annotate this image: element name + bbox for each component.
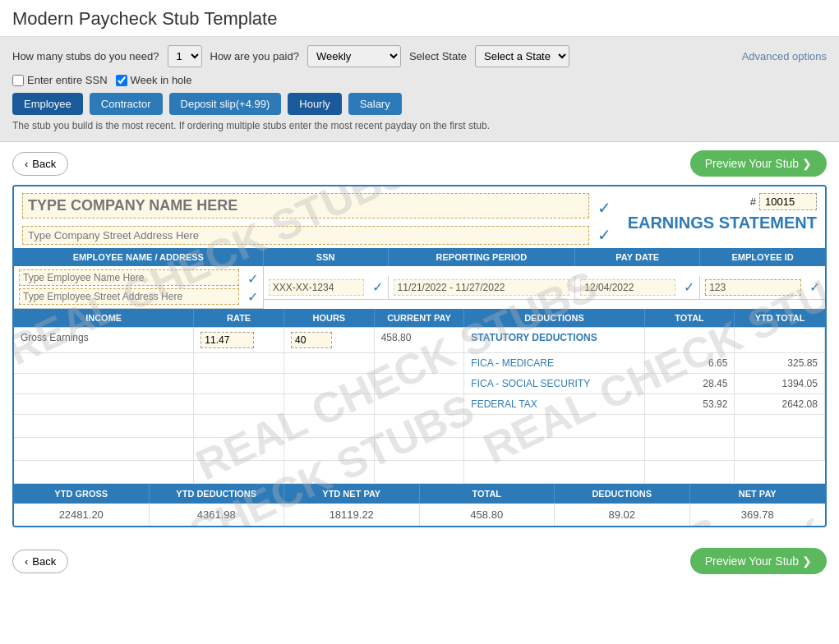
header-right: # EARNINGS STATEMENT	[611, 193, 817, 232]
income-table-header: INCOME RATE HOURS CURRENT PAY DEDUCTIONS…	[14, 309, 825, 327]
reporting-period-input[interactable]	[394, 279, 570, 296]
fica-ss-ytd: 1394.05	[735, 374, 825, 394]
ei-header-period: REPORTING PERIOD	[389, 248, 576, 266]
employee-name-input[interactable]	[19, 269, 239, 286]
spacer3-6	[645, 461, 735, 484]
bottom-nav-bar: ‹ Back Preview Your Stub ❯	[0, 540, 839, 582]
gross-earnings-label: Gross Earnings	[14, 328, 194, 353]
spacer1-2	[194, 415, 284, 438]
ei-header-ssn: SSN	[264, 248, 389, 266]
spacer3-7	[735, 461, 825, 484]
employee-id-input[interactable]	[705, 279, 801, 296]
company-name-input[interactable]	[22, 193, 589, 218]
fica-medicare-label: FICA - MEDICARE	[464, 353, 644, 374]
stub-header: ✓ ✓ # EARNINGS STATEMENT	[14, 186, 825, 248]
footer-header-deductions: DEDUCTIONS	[555, 484, 690, 504]
footer-header-ytd-ded: YTD DEDUCTIONS	[150, 484, 285, 504]
ih-deductions: DEDUCTIONS	[464, 309, 644, 327]
top-preview-button[interactable]: Preview Your Stub ❯	[690, 150, 827, 177]
ei-header-empid: EMPLOYEE ID	[700, 248, 825, 266]
footer-header-ytd-net: YTD NET PAY	[284, 484, 420, 504]
statutory-deductions-header: STATUTORY DEDUCTIONS	[464, 328, 644, 353]
rate-input[interactable]	[201, 332, 254, 348]
row2-income-empty	[14, 353, 194, 374]
spacer1-5	[464, 415, 644, 438]
deposit-slip-button[interactable]: Deposit slip(+4.99)	[169, 93, 282, 115]
spacer1-3	[284, 415, 375, 438]
paid-select[interactable]: WeeklyBi-WeeklySemi-MonthlyMonthly	[307, 45, 401, 67]
spacer2-6	[645, 438, 735, 461]
company-section: ✓ ✓	[22, 193, 611, 245]
ssn-checkbox[interactable]	[12, 75, 24, 86]
earnings-title: EARNINGS STATEMENT	[628, 214, 817, 232]
salary-button[interactable]: Salary	[348, 93, 402, 115]
row4-income-empty	[14, 394, 194, 415]
page-title: Modern Paycheck Stub Template	[0, 0, 839, 37]
stubs-label: How many stubs do you need?	[12, 50, 159, 62]
employee-button[interactable]: Employee	[12, 93, 83, 115]
ei-header-paydate: PAY DATE	[575, 248, 700, 266]
week-hole-checkbox[interactable]	[116, 75, 127, 86]
spacer2-5	[464, 438, 644, 461]
footer-data-row: 22481.20 4361.98 18119.22 458.80 89.02 3…	[14, 504, 825, 526]
ei-header-name: EMPLOYEE NAME / ADDRESS	[14, 248, 264, 266]
fica-medicare-total: 6.65	[645, 353, 735, 374]
hourly-button[interactable]: Hourly	[288, 93, 342, 115]
ih-rate: RATE	[194, 309, 284, 327]
ih-current-pay: CURRENT PAY	[375, 309, 465, 327]
row2-current-empty	[375, 353, 465, 374]
spacer2-4	[375, 438, 465, 461]
stub-wrapper: REAL CHECK STUBS REAL CHECK STUBS REAL C…	[12, 185, 827, 527]
spacer1-4	[375, 415, 465, 438]
info-text: The stub you build is the most recent. I…	[12, 115, 827, 133]
income-data-grid: Gross Earnings 458.80 STATUTORY DEDUCTIO…	[14, 327, 825, 484]
bottom-preview-chevron-icon: ❯	[802, 554, 812, 568]
spacer3-1	[14, 461, 194, 484]
check-number-row: #	[750, 193, 817, 210]
spacer3-2	[194, 461, 284, 484]
top-nav-bar: ‹ Back Preview Your Stub ❯	[0, 142, 839, 185]
company-name-checkmark: ✓	[597, 198, 611, 218]
employee-addr-input[interactable]	[19, 288, 239, 305]
company-addr-checkmark: ✓	[597, 225, 611, 245]
ih-ytd-total: YTD TOTAL	[735, 309, 825, 327]
pay-date-input[interactable]	[580, 279, 675, 296]
reporting-period-cell	[389, 276, 576, 300]
spacer1-7	[735, 415, 825, 438]
bottom-back-button[interactable]: ‹ Back	[12, 550, 68, 573]
pay-date-cell: ✓	[575, 276, 700, 300]
employee-info-header: EMPLOYEE NAME / ADDRESS SSN REPORTING PE…	[14, 248, 825, 266]
fica-ss-label: FICA - SOCIAL SECURITY	[464, 374, 644, 394]
advanced-options-link[interactable]: Advanced options	[742, 50, 827, 62]
ih-hours: HOURS	[284, 309, 375, 327]
ssn-input[interactable]	[269, 279, 364, 296]
stubs-select[interactable]: 12345	[168, 45, 202, 67]
spacer2-2	[194, 438, 284, 461]
week-hole-checkbox-label[interactable]: Week in hole	[116, 74, 192, 86]
hours-input[interactable]	[291, 332, 332, 348]
spacer1-1	[14, 415, 194, 438]
footer-deductions-value: 89.02	[555, 504, 690, 526]
spacer3-3	[284, 461, 375, 484]
ih-total: TOTAL	[645, 309, 735, 327]
bottom-back-button-label: Back	[32, 555, 56, 568]
spacer3-4	[375, 461, 465, 484]
ssn-checkbox-label[interactable]: Enter entire SSN	[12, 74, 108, 86]
top-back-button[interactable]: ‹ Back	[12, 152, 68, 176]
contractor-button[interactable]: Contractor	[90, 93, 163, 115]
footer-header-row: YTD GROSS YTD DEDUCTIONS YTD NET PAY TOT…	[14, 484, 825, 504]
footer-net-pay-value: 369.78	[690, 504, 826, 526]
footer-total-value: 458.80	[420, 504, 555, 526]
federal-tax-label: FEDERAL TAX	[464, 394, 644, 415]
spacer1-6	[645, 415, 735, 438]
bottom-preview-button[interactable]: Preview Your Stub ❯	[690, 548, 827, 574]
footer-ytd-ded-value: 4361.98	[150, 504, 285, 526]
stat-ded-total-empty	[645, 328, 735, 353]
hours-cell	[284, 328, 375, 353]
state-select[interactable]: Select a State	[475, 45, 569, 67]
company-addr-input[interactable]	[22, 226, 589, 245]
back-chevron-icon: ‹	[25, 158, 28, 170]
stat-ded-ytd-empty	[735, 328, 825, 353]
rate-cell	[194, 328, 284, 353]
check-number-input[interactable]	[759, 193, 817, 210]
